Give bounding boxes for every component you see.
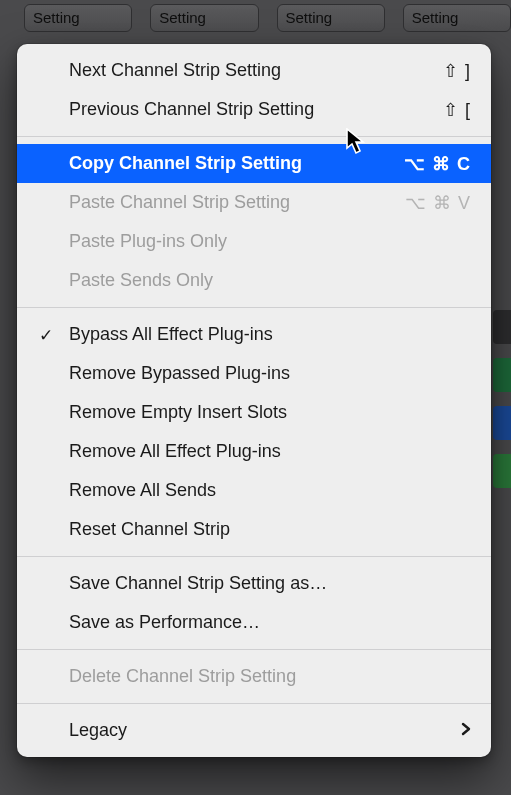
- menu-item[interactable]: Previous Channel Strip Setting⇧ [: [17, 90, 491, 129]
- channel-strip-setting-button[interactable]: Setting: [277, 4, 385, 32]
- menu-item[interactable]: Copy Channel Strip Setting⌥ ⌘ C: [17, 144, 491, 183]
- menu-item-label: Paste Plug-ins Only: [69, 231, 471, 252]
- menu-item[interactable]: Remove Empty Insert Slots: [17, 393, 491, 432]
- insert-slot[interactable]: [493, 310, 511, 344]
- menu-item-label: Save Channel Strip Setting as…: [69, 573, 471, 594]
- menu-item-shortcut: ⌥ ⌘ C: [404, 153, 471, 175]
- menu-item[interactable]: Remove All Effect Plug-ins: [17, 432, 491, 471]
- menu-item-label: Paste Sends Only: [69, 270, 471, 291]
- menu-separator: [17, 703, 491, 704]
- menu-item[interactable]: Remove All Sends: [17, 471, 491, 510]
- channel-strip-context-menu[interactable]: Next Channel Strip Setting⇧ ]Previous Ch…: [17, 44, 491, 757]
- menu-item[interactable]: Legacy: [17, 711, 491, 750]
- chevron-right-icon: [461, 720, 471, 741]
- channel-strip-setting-button[interactable]: Setting: [24, 4, 132, 32]
- channel-strip-button-row: Setting Setting Setting Setting: [0, 0, 511, 32]
- menu-item-label: Copy Channel Strip Setting: [69, 153, 404, 174]
- menu-item[interactable]: Save Channel Strip Setting as…: [17, 564, 491, 603]
- menu-item: Delete Channel Strip Setting: [17, 657, 491, 696]
- channel-strip-setting-button[interactable]: Setting: [150, 4, 258, 32]
- insert-slot[interactable]: [493, 358, 511, 392]
- menu-item-label: Next Channel Strip Setting: [69, 60, 443, 81]
- menu-item-label: Bypass All Effect Plug-ins: [69, 324, 471, 345]
- menu-item[interactable]: Save as Performance…: [17, 603, 491, 642]
- menu-item-shortcut: ⇧ ]: [443, 60, 471, 82]
- menu-separator: [17, 307, 491, 308]
- menu-separator: [17, 136, 491, 137]
- menu-item-label: Legacy: [69, 720, 461, 741]
- insert-slot[interactable]: [493, 406, 511, 440]
- menu-item: Paste Channel Strip Setting⌥ ⌘ V: [17, 183, 491, 222]
- menu-item[interactable]: Next Channel Strip Setting⇧ ]: [17, 51, 491, 90]
- menu-item-label: Previous Channel Strip Setting: [69, 99, 443, 120]
- menu-item-label: Paste Channel Strip Setting: [69, 192, 405, 213]
- menu-item-label: Reset Channel Strip: [69, 519, 471, 540]
- check-icon: ✓: [39, 326, 53, 343]
- menu-item[interactable]: ✓Bypass All Effect Plug-ins: [17, 315, 491, 354]
- menu-separator: [17, 649, 491, 650]
- menu-item: Paste Sends Only: [17, 261, 491, 300]
- channel-strip-setting-button[interactable]: Setting: [403, 4, 511, 32]
- menu-separator: [17, 556, 491, 557]
- insert-slots-peek: [493, 310, 511, 502]
- menu-item[interactable]: Remove Bypassed Plug-ins: [17, 354, 491, 393]
- menu-item-label: Save as Performance…: [69, 612, 471, 633]
- menu-item-label: Remove Bypassed Plug-ins: [69, 363, 471, 384]
- menu-item-shortcut: ⌥ ⌘ V: [405, 192, 471, 214]
- menu-item[interactable]: Reset Channel Strip: [17, 510, 491, 549]
- menu-item: Paste Plug-ins Only: [17, 222, 491, 261]
- menu-item-label: Delete Channel Strip Setting: [69, 666, 471, 687]
- menu-item-label: Remove All Sends: [69, 480, 471, 501]
- menu-item-label: Remove Empty Insert Slots: [69, 402, 471, 423]
- insert-slot[interactable]: [493, 454, 511, 488]
- menu-item-label: Remove All Effect Plug-ins: [69, 441, 471, 462]
- menu-item-shortcut: ⇧ [: [443, 99, 471, 121]
